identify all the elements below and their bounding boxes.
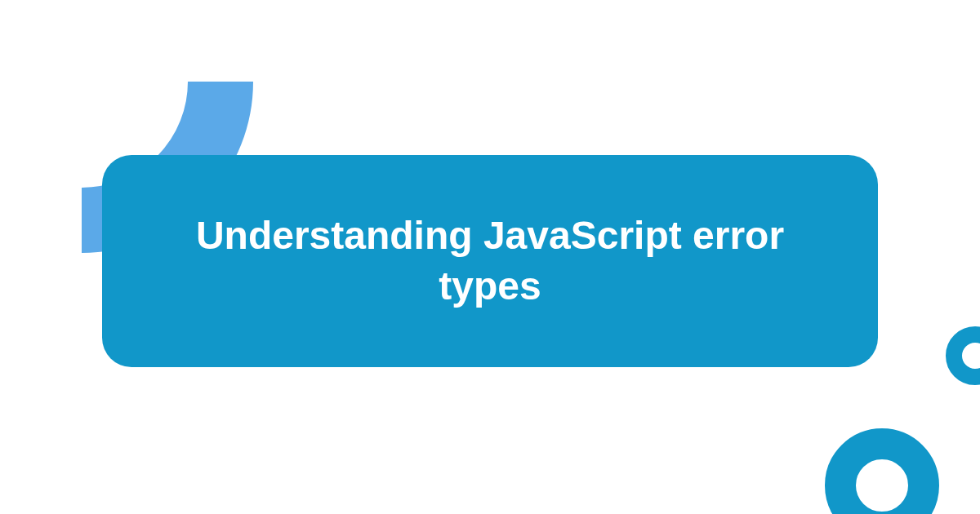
title-card: Understanding JavaScript error types — [102, 155, 878, 367]
decorative-large-ring — [825, 428, 939, 514]
decorative-small-ring — [946, 326, 980, 385]
page-title: Understanding JavaScript error types — [176, 210, 804, 312]
